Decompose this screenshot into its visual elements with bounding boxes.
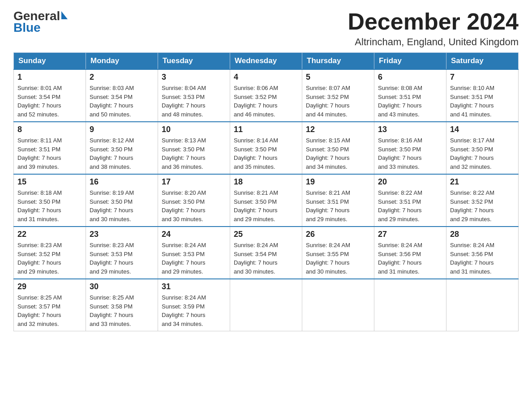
calendar-cell: 14 Sunrise: 8:17 AMSunset: 3:50 PMDaylig…	[446, 122, 519, 174]
calendar-cell: 10 Sunrise: 8:13 AMSunset: 3:50 PMDaylig…	[158, 122, 230, 174]
month-title: December 2024	[348, 9, 519, 34]
week-row-3: 15 Sunrise: 8:18 AMSunset: 3:50 PMDaylig…	[14, 174, 519, 227]
day-number: 1	[17, 73, 82, 82]
calendar-cell: 28 Sunrise: 8:24 AMSunset: 3:56 PMDaylig…	[446, 227, 519, 279]
calendar-cell: 12 Sunrise: 8:15 AMSunset: 3:50 PMDaylig…	[302, 122, 374, 174]
calendar-cell	[374, 279, 446, 331]
calendar-cell: 29 Sunrise: 8:25 AMSunset: 3:57 PMDaylig…	[14, 279, 86, 331]
column-header-friday: Friday	[374, 53, 446, 70]
calendar-cell: 19 Sunrise: 8:21 AMSunset: 3:51 PMDaylig…	[302, 174, 374, 227]
day-info: Sunrise: 8:12 AMSunset: 3:50 PMDaylight:…	[90, 136, 154, 171]
logo-arrow-icon	[61, 11, 68, 19]
day-number: 27	[378, 230, 442, 239]
day-info: Sunrise: 8:01 AMSunset: 3:54 PMDaylight:…	[17, 84, 82, 119]
column-header-wednesday: Wednesday	[230, 53, 302, 70]
day-info: Sunrise: 8:11 AMSunset: 3:51 PMDaylight:…	[17, 136, 82, 171]
day-number: 17	[162, 177, 226, 187]
calendar-table: SundayMondayTuesdayWednesdayThursdayFrid…	[13, 52, 519, 331]
day-info: Sunrise: 8:17 AMSunset: 3:50 PMDaylight:…	[450, 136, 515, 171]
day-info: Sunrise: 8:25 AMSunset: 3:58 PMDaylight:…	[90, 293, 154, 328]
day-info: Sunrise: 8:16 AMSunset: 3:50 PMDaylight:…	[378, 136, 442, 171]
day-info: Sunrise: 8:15 AMSunset: 3:50 PMDaylight:…	[306, 136, 370, 171]
column-header-thursday: Thursday	[302, 53, 374, 70]
day-number: 26	[306, 230, 370, 239]
calendar-cell	[302, 279, 374, 331]
calendar-cell: 23 Sunrise: 8:23 AMSunset: 3:53 PMDaylig…	[86, 227, 158, 279]
column-header-saturday: Saturday	[446, 53, 519, 70]
location-subtitle: Altrincham, England, United Kingdom	[348, 36, 519, 48]
calendar-cell: 9 Sunrise: 8:12 AMSunset: 3:50 PMDayligh…	[86, 122, 158, 174]
calendar-header-row: SundayMondayTuesdayWednesdayThursdayFrid…	[14, 53, 519, 70]
day-number: 31	[162, 282, 226, 291]
day-number: 16	[90, 177, 154, 187]
day-number: 28	[450, 230, 515, 239]
day-info: Sunrise: 8:06 AMSunset: 3:52 PMDaylight:…	[234, 84, 298, 119]
day-info: Sunrise: 8:18 AMSunset: 3:50 PMDaylight:…	[17, 188, 82, 223]
day-number: 7	[450, 73, 515, 82]
day-info: Sunrise: 8:04 AMSunset: 3:53 PMDaylight:…	[162, 84, 226, 119]
week-row-4: 22 Sunrise: 8:23 AMSunset: 3:52 PMDaylig…	[14, 227, 519, 279]
day-number: 30	[90, 282, 154, 291]
calendar-cell: 16 Sunrise: 8:19 AMSunset: 3:50 PMDaylig…	[86, 174, 158, 227]
day-info: Sunrise: 8:21 AMSunset: 3:51 PMDaylight:…	[306, 188, 370, 223]
calendar-cell	[446, 279, 519, 331]
calendar-cell: 17 Sunrise: 8:20 AMSunset: 3:50 PMDaylig…	[158, 174, 230, 227]
day-info: Sunrise: 8:21 AMSunset: 3:50 PMDaylight:…	[234, 188, 298, 223]
day-info: Sunrise: 8:23 AMSunset: 3:52 PMDaylight:…	[17, 241, 82, 276]
calendar-cell: 11 Sunrise: 8:14 AMSunset: 3:50 PMDaylig…	[230, 122, 302, 174]
day-number: 14	[450, 125, 515, 134]
calendar-cell: 22 Sunrise: 8:23 AMSunset: 3:52 PMDaylig…	[14, 227, 86, 279]
day-info: Sunrise: 8:24 AMSunset: 3:55 PMDaylight:…	[306, 241, 370, 276]
day-info: Sunrise: 8:24 AMSunset: 3:56 PMDaylight:…	[450, 241, 515, 276]
day-info: Sunrise: 8:08 AMSunset: 3:51 PMDaylight:…	[378, 84, 442, 119]
day-info: Sunrise: 8:24 AMSunset: 3:59 PMDaylight:…	[162, 293, 226, 328]
day-number: 6	[378, 73, 442, 82]
day-number: 23	[90, 230, 154, 239]
calendar-cell: 4 Sunrise: 8:06 AMSunset: 3:52 PMDayligh…	[230, 69, 302, 122]
calendar-cell: 24 Sunrise: 8:24 AMSunset: 3:53 PMDaylig…	[158, 227, 230, 279]
calendar-cell: 8 Sunrise: 8:11 AMSunset: 3:51 PMDayligh…	[14, 122, 86, 174]
column-header-sunday: Sunday	[14, 53, 86, 70]
day-number: 9	[90, 125, 154, 134]
day-info: Sunrise: 8:19 AMSunset: 3:50 PMDaylight:…	[90, 188, 154, 223]
day-info: Sunrise: 8:14 AMSunset: 3:50 PMDaylight:…	[234, 136, 298, 171]
day-number: 22	[17, 230, 82, 239]
day-info: Sunrise: 8:07 AMSunset: 3:52 PMDaylight:…	[306, 84, 370, 119]
calendar-cell: 20 Sunrise: 8:22 AMSunset: 3:51 PMDaylig…	[374, 174, 446, 227]
day-info: Sunrise: 8:03 AMSunset: 3:54 PMDaylight:…	[90, 84, 154, 119]
week-row-5: 29 Sunrise: 8:25 AMSunset: 3:57 PMDaylig…	[14, 279, 519, 331]
logo: General Blue	[13, 9, 68, 35]
day-number: 29	[17, 282, 82, 291]
day-info: Sunrise: 8:20 AMSunset: 3:50 PMDaylight:…	[162, 188, 226, 223]
week-row-1: 1 Sunrise: 8:01 AMSunset: 3:54 PMDayligh…	[14, 69, 519, 122]
calendar-cell: 6 Sunrise: 8:08 AMSunset: 3:51 PMDayligh…	[374, 69, 446, 122]
column-header-monday: Monday	[86, 53, 158, 70]
calendar-cell: 13 Sunrise: 8:16 AMSunset: 3:50 PMDaylig…	[374, 122, 446, 174]
calendar-cell: 15 Sunrise: 8:18 AMSunset: 3:50 PMDaylig…	[14, 174, 86, 227]
calendar-cell: 30 Sunrise: 8:25 AMSunset: 3:58 PMDaylig…	[86, 279, 158, 331]
logo-blue-text: Blue	[13, 21, 41, 35]
day-number: 24	[162, 230, 226, 239]
calendar-cell: 3 Sunrise: 8:04 AMSunset: 3:53 PMDayligh…	[158, 69, 230, 122]
calendar-cell: 31 Sunrise: 8:24 AMSunset: 3:59 PMDaylig…	[158, 279, 230, 331]
day-info: Sunrise: 8:13 AMSunset: 3:50 PMDaylight:…	[162, 136, 226, 171]
day-number: 19	[306, 177, 370, 187]
day-number: 20	[378, 177, 442, 187]
calendar-cell: 2 Sunrise: 8:03 AMSunset: 3:54 PMDayligh…	[86, 69, 158, 122]
day-number: 11	[234, 125, 298, 134]
day-number: 21	[450, 177, 515, 187]
day-number: 4	[234, 73, 298, 82]
title-area: December 2024 Altrincham, England, Unite…	[348, 9, 519, 48]
day-info: Sunrise: 8:10 AMSunset: 3:51 PMDaylight:…	[450, 84, 515, 119]
day-number: 10	[162, 125, 226, 134]
day-info: Sunrise: 8:23 AMSunset: 3:53 PMDaylight:…	[90, 241, 154, 276]
page-header: General Blue December 2024 Altrincham, E…	[13, 9, 519, 48]
column-header-tuesday: Tuesday	[158, 53, 230, 70]
day-info: Sunrise: 8:24 AMSunset: 3:53 PMDaylight:…	[162, 241, 226, 276]
day-info: Sunrise: 8:22 AMSunset: 3:52 PMDaylight:…	[450, 188, 515, 223]
day-info: Sunrise: 8:24 AMSunset: 3:56 PMDaylight:…	[378, 241, 442, 276]
day-info: Sunrise: 8:24 AMSunset: 3:54 PMDaylight:…	[234, 241, 298, 276]
day-number: 3	[162, 73, 226, 82]
day-number: 18	[234, 177, 298, 187]
day-number: 25	[234, 230, 298, 239]
